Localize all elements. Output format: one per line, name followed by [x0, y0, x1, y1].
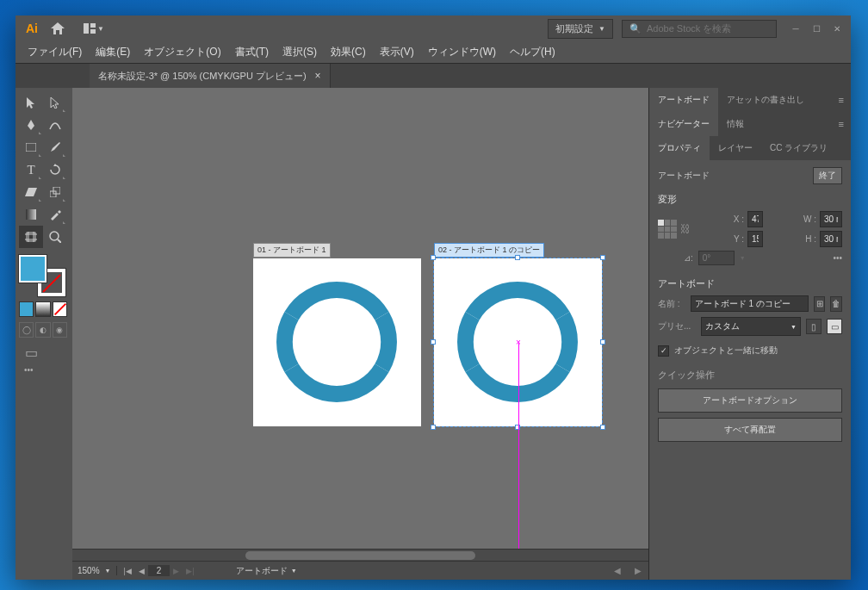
rectangle-tool[interactable]: [19, 136, 43, 158]
link-wh-icon[interactable]: ⛓: [680, 223, 691, 235]
selection-tool[interactable]: [19, 91, 43, 114]
scrollbar-thumb[interactable]: [245, 551, 476, 560]
artboard-options-button[interactable]: アートボードオプション: [658, 388, 842, 413]
scroll-left-icon[interactable]: ◀: [607, 566, 628, 575]
eraser-tool[interactable]: [19, 181, 43, 203]
panels-dock: アートボード アセットの書き出し ≡ ナビゲーター 情報 ≡ プロパティ レイヤ…: [648, 88, 851, 580]
svg-rect-6: [26, 209, 36, 220]
h-input[interactable]: [820, 231, 842, 247]
menu-effect[interactable]: 効果(C): [324, 41, 373, 63]
selection-handle[interactable]: [600, 255, 605, 260]
tab-artboards[interactable]: アートボード: [649, 88, 718, 112]
selection-handle[interactable]: [515, 255, 520, 260]
selection-handle[interactable]: [600, 425, 605, 430]
type-tool[interactable]: T: [19, 158, 43, 181]
prev-artboard-button[interactable]: ◀: [135, 567, 148, 575]
done-button[interactable]: 終了: [813, 167, 842, 184]
menu-help[interactable]: ヘルプ(H): [503, 41, 562, 63]
x-label: X :: [694, 214, 744, 224]
selection-handle[interactable]: [600, 339, 605, 345]
next-artboard-button[interactable]: ▶: [170, 567, 183, 575]
rotate-tool[interactable]: [43, 158, 67, 181]
screen-mode[interactable]: ▭: [19, 343, 43, 362]
menu-type[interactable]: 書式(T): [228, 41, 276, 63]
artboard-1[interactable]: 01 - アートボード 1: [253, 258, 421, 426]
direct-selection-tool[interactable]: [43, 91, 67, 114]
angle-input[interactable]: [698, 251, 735, 265]
x-input[interactable]: [747, 211, 763, 227]
minimize-button[interactable]: ─: [786, 21, 805, 36]
fill-swatch[interactable]: [19, 255, 46, 283]
edit-toolbar-button[interactable]: •••: [19, 365, 69, 375]
artboards-section-title: アートボード: [658, 277, 842, 290]
curvature-tool[interactable]: [43, 114, 67, 136]
w-input[interactable]: [820, 211, 842, 227]
fill-stroke-swatches[interactable]: [19, 255, 67, 298]
horizontal-scrollbar[interactable]: [72, 549, 648, 561]
draw-inside[interactable]: ◉: [53, 322, 67, 338]
layout-arrange-button[interactable]: ▼: [81, 16, 107, 41]
menu-file[interactable]: ファイル(F): [21, 41, 89, 63]
canvas[interactable]: 01 - アートボード 1 02 - アートボード 1 のコピー: [72, 88, 648, 549]
orientation-landscape-button[interactable]: ▭: [827, 319, 842, 334]
menu-select[interactable]: 選択(S): [276, 41, 324, 63]
home-button[interactable]: [45, 16, 71, 41]
tab-layers[interactable]: レイヤー: [710, 136, 761, 160]
new-artboard-button[interactable]: ⊞: [814, 296, 826, 312]
move-with-obj-checkbox[interactable]: ✓: [658, 345, 669, 357]
delete-artboard-button[interactable]: 🗑: [830, 296, 842, 312]
last-artboard-button[interactable]: ▶|: [183, 567, 197, 575]
gradient-tool[interactable]: [19, 203, 43, 226]
stock-search-input[interactable]: [647, 23, 769, 34]
document-tab[interactable]: 名称未設定-3* @ 150% (CMYK/GPU プレビュー) ×: [90, 64, 331, 88]
tab-asset-export[interactable]: アセットの書き出し: [718, 88, 813, 112]
draw-behind[interactable]: ◐: [35, 322, 50, 338]
artboard-number[interactable]: 2: [148, 565, 170, 576]
stock-search[interactable]: 🔍: [622, 20, 777, 38]
menu-object[interactable]: オブジェクト(O): [137, 41, 227, 63]
panel-menu-icon[interactable]: ≡: [832, 112, 851, 136]
selection-handle[interactable]: [515, 425, 520, 430]
y-input[interactable]: [747, 231, 763, 247]
close-tab-button[interactable]: ×: [315, 70, 321, 82]
gradient-mode[interactable]: [35, 301, 50, 317]
window-controls: ─ ☐ ✕: [785, 21, 847, 36]
artboard-tool[interactable]: [19, 226, 43, 248]
menu-edit[interactable]: 編集(E): [89, 41, 137, 63]
menu-window[interactable]: ウィンドウ(W): [421, 41, 503, 63]
tab-info[interactable]: 情報: [718, 112, 753, 136]
move-with-obj-row[interactable]: ✓ オブジェクトと一緒に移動: [658, 345, 842, 357]
tab-navigator[interactable]: ナビゲーター: [649, 112, 718, 136]
eyedropper-tool[interactable]: [43, 203, 67, 226]
maximize-button[interactable]: ☐: [807, 21, 826, 36]
zoom-level[interactable]: 150%▼: [72, 566, 117, 575]
preset-select[interactable]: カスタム ▼: [701, 317, 801, 336]
selection-handle[interactable]: [431, 425, 436, 430]
first-artboard-button[interactable]: |◀: [121, 567, 135, 575]
panel-group-1-tabs: アートボード アセットの書き出し ≡: [649, 88, 851, 112]
rearrange-all-button[interactable]: すべて再配置: [658, 418, 842, 442]
zoom-tool[interactable]: [43, 226, 67, 248]
tab-properties[interactable]: プロパティ: [649, 136, 710, 160]
ring-artwork-2: [449, 273, 586, 411]
none-mode[interactable]: [53, 301, 67, 317]
panel-menu-icon[interactable]: ≡: [832, 88, 851, 112]
artboard-name-input[interactable]: [691, 295, 809, 312]
scroll-right-icon[interactable]: ▶: [628, 566, 648, 575]
close-button[interactable]: ✕: [828, 21, 846, 36]
reference-point-selector[interactable]: [658, 220, 677, 239]
draw-normal[interactable]: ◯: [19, 322, 34, 338]
pen-tool[interactable]: [19, 114, 43, 136]
paintbrush-tool[interactable]: [43, 136, 67, 158]
more-options-icon[interactable]: •••: [833, 253, 842, 263]
h-label: H :: [766, 234, 816, 244]
tab-cc-libraries[interactable]: CC ライブラリ: [761, 136, 836, 160]
menu-view[interactable]: 表示(V): [373, 41, 421, 63]
color-mode[interactable]: [19, 301, 34, 317]
document-tabs: 名称未設定-3* @ 150% (CMYK/GPU プレビュー) ×: [16, 64, 851, 88]
scale-tool[interactable]: [43, 181, 67, 203]
selection-handle[interactable]: [431, 339, 436, 345]
selection-handle[interactable]: [431, 255, 436, 260]
workspace-selector[interactable]: 初期設定 ▼: [548, 19, 613, 39]
orientation-portrait-button[interactable]: ▯: [806, 319, 822, 334]
